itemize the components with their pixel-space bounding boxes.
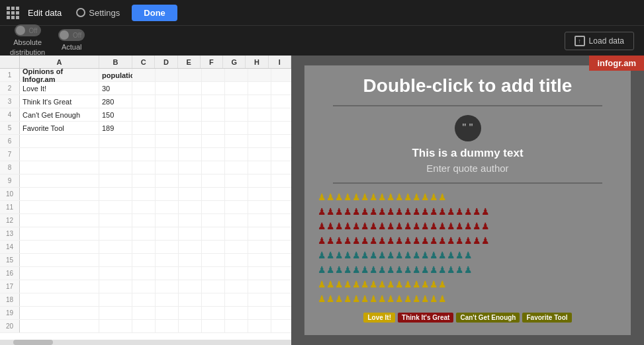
table-row[interactable]: 10	[0, 188, 291, 201]
cell-d[interactable]	[156, 201, 179, 213]
cell-g[interactable]	[225, 174, 248, 187]
cell-e[interactable]	[179, 148, 202, 161]
cell-c[interactable]	[132, 174, 156, 187]
table-row[interactable]: 7	[0, 148, 291, 161]
cell-c[interactable]	[132, 148, 156, 161]
cell-f[interactable]	[202, 108, 225, 121]
cell-d[interactable]	[156, 95, 179, 108]
cell-a[interactable]: Think It's Great	[20, 95, 99, 108]
cell-h[interactable]	[248, 280, 271, 293]
cell-c[interactable]	[132, 293, 156, 306]
cell-d[interactable]	[156, 69, 179, 81]
cell-f[interactable]	[202, 267, 225, 280]
cell-d[interactable]	[156, 320, 179, 332]
cell-g[interactable]	[225, 214, 248, 227]
cell-a[interactable]	[20, 267, 99, 280]
cell-h[interactable]	[248, 241, 271, 253]
cell-g[interactable]	[225, 69, 248, 81]
cell-f[interactable]	[202, 320, 225, 332]
cell-a[interactable]	[20, 280, 99, 293]
cell-e[interactable]	[179, 174, 202, 187]
cell-g[interactable]	[225, 201, 248, 213]
cell-e[interactable]	[179, 122, 202, 134]
cell-h[interactable]	[248, 293, 271, 306]
cell-g[interactable]	[225, 293, 248, 306]
cell-i[interactable]	[271, 108, 291, 121]
cell-f[interactable]	[202, 280, 225, 293]
cell-b[interactable]	[99, 188, 132, 200]
cell-i[interactable]	[271, 188, 291, 200]
cell-h[interactable]	[248, 188, 271, 200]
cell-e[interactable]	[179, 267, 202, 280]
cell-h[interactable]	[248, 69, 271, 81]
cell-a[interactable]: Love It!	[20, 82, 99, 95]
table-row[interactable]: 19	[0, 307, 291, 320]
cell-d[interactable]	[156, 108, 179, 121]
cell-h[interactable]	[248, 174, 271, 187]
scrollbar-thumb[interactable]	[13, 340, 53, 345]
table-row[interactable]: 17	[0, 280, 291, 293]
cell-e[interactable]	[179, 201, 202, 213]
cell-f[interactable]	[202, 135, 225, 147]
cell-f[interactable]	[202, 95, 225, 108]
cell-h[interactable]	[248, 201, 271, 213]
cell-a[interactable]: Favorite Tool	[20, 122, 99, 134]
cell-c[interactable]	[132, 280, 156, 293]
cell-a[interactable]	[20, 293, 99, 306]
table-row[interactable]: 3 Think It's Great 280	[0, 95, 291, 108]
cell-c[interactable]	[132, 108, 156, 121]
horizontal-scrollbar[interactable]	[0, 340, 291, 345]
cell-c[interactable]	[132, 188, 156, 200]
cell-i[interactable]	[271, 135, 291, 147]
cell-e[interactable]	[179, 214, 202, 227]
table-row[interactable]: 6	[0, 135, 291, 148]
cell-e[interactable]	[179, 241, 202, 253]
cell-b[interactable]: 280	[99, 95, 132, 108]
cell-b[interactable]	[99, 148, 132, 161]
cell-g[interactable]	[225, 227, 248, 240]
cell-b[interactable]: population	[99, 69, 132, 81]
cell-i[interactable]	[271, 254, 291, 266]
cell-i[interactable]	[271, 320, 291, 332]
cell-d[interactable]	[156, 280, 179, 293]
cell-i[interactable]	[271, 307, 291, 319]
cell-a[interactable]	[20, 241, 99, 253]
table-row[interactable]: 15	[0, 254, 291, 267]
cell-i[interactable]	[271, 293, 291, 306]
done-button[interactable]: Done	[132, 5, 177, 21]
cell-i[interactable]	[271, 214, 291, 227]
table-row[interactable]: 20	[0, 320, 291, 333]
cell-i[interactable]	[271, 201, 291, 213]
cell-b[interactable]	[99, 161, 132, 174]
cell-g[interactable]	[225, 267, 248, 280]
cell-c[interactable]	[132, 201, 156, 213]
cell-d[interactable]	[156, 148, 179, 161]
load-data-button[interactable]: ↑ Load data	[565, 32, 634, 50]
cell-d[interactable]	[156, 307, 179, 319]
cell-g[interactable]	[225, 95, 248, 108]
cell-f[interactable]	[202, 214, 225, 227]
cell-h[interactable]	[248, 227, 271, 240]
cell-c[interactable]	[132, 254, 156, 266]
cell-d[interactable]	[156, 188, 179, 200]
cell-f[interactable]	[202, 241, 225, 253]
cell-b[interactable]: 30	[99, 82, 132, 95]
cell-f[interactable]	[202, 254, 225, 266]
cell-c[interactable]	[132, 69, 156, 81]
cell-g[interactable]	[225, 82, 248, 95]
cell-d[interactable]	[156, 135, 179, 147]
cell-c[interactable]	[132, 320, 156, 332]
cell-h[interactable]	[248, 267, 271, 280]
cell-f[interactable]	[202, 188, 225, 200]
cell-c[interactable]	[132, 267, 156, 280]
cell-f[interactable]	[202, 174, 225, 187]
cell-c[interactable]	[132, 227, 156, 240]
cell-g[interactable]	[225, 188, 248, 200]
table-row[interactable]: 11	[0, 201, 291, 214]
cell-h[interactable]	[248, 254, 271, 266]
cell-h[interactable]	[248, 307, 271, 319]
table-row[interactable]: 16	[0, 267, 291, 280]
cell-h[interactable]	[248, 82, 271, 95]
cell-d[interactable]	[156, 293, 179, 306]
cell-i[interactable]	[271, 122, 291, 134]
